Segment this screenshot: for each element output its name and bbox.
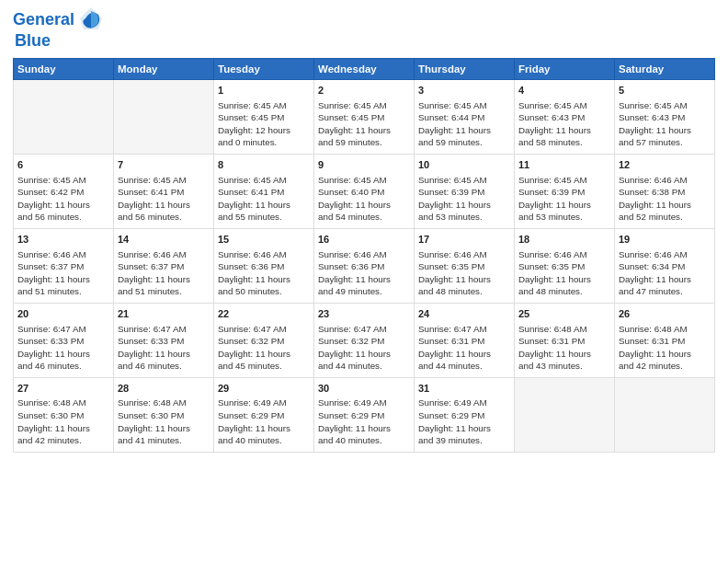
week-row-5: 27Sunrise: 6:48 AMSunset: 6:30 PMDayligh… — [14, 377, 715, 452]
day-detail: Sunrise: 6:45 AMSunset: 6:45 PMDaylight:… — [318, 100, 391, 148]
day-cell: 17Sunrise: 6:46 AMSunset: 6:35 PMDayligh… — [415, 228, 515, 303]
logo-icon — [78, 6, 104, 31]
day-detail: Sunrise: 6:46 AMSunset: 6:37 PMDaylight:… — [118, 249, 190, 297]
day-number: 3 — [418, 84, 510, 98]
day-detail: Sunrise: 6:48 AMSunset: 6:31 PMDaylight:… — [619, 324, 691, 372]
day-number: 12 — [619, 158, 711, 172]
day-number: 28 — [118, 382, 210, 396]
day-detail: Sunrise: 6:48 AMSunset: 6:31 PMDaylight:… — [518, 324, 591, 372]
day-number: 22 — [218, 307, 310, 321]
day-detail: Sunrise: 6:46 AMSunset: 6:34 PMDaylight:… — [619, 249, 691, 297]
day-number: 18 — [518, 233, 610, 247]
day-cell — [114, 80, 214, 155]
day-cell: 18Sunrise: 6:46 AMSunset: 6:35 PMDayligh… — [515, 228, 615, 303]
day-number: 13 — [17, 233, 109, 247]
day-number: 24 — [418, 307, 510, 321]
day-detail: Sunrise: 6:48 AMSunset: 6:30 PMDaylight:… — [118, 397, 190, 445]
day-cell: 19Sunrise: 6:46 AMSunset: 6:34 PMDayligh… — [615, 228, 715, 303]
header: General Blue — [13, 9, 715, 51]
col-header-sunday: Sunday — [14, 59, 114, 80]
day-number: 27 — [17, 382, 109, 396]
logo: General Blue — [13, 9, 104, 51]
day-number: 21 — [118, 307, 210, 321]
day-cell: 28Sunrise: 6:48 AMSunset: 6:30 PMDayligh… — [114, 377, 214, 452]
day-number: 5 — [619, 84, 711, 98]
day-number: 14 — [118, 233, 210, 247]
day-number: 11 — [518, 158, 610, 172]
week-row-4: 20Sunrise: 6:47 AMSunset: 6:33 PMDayligh… — [14, 303, 715, 377]
day-detail: Sunrise: 6:46 AMSunset: 6:35 PMDaylight:… — [418, 249, 491, 297]
day-cell: 3Sunrise: 6:45 AMSunset: 6:44 PMDaylight… — [415, 80, 515, 155]
day-detail: Sunrise: 6:45 AMSunset: 6:41 PMDaylight:… — [218, 175, 290, 223]
day-detail: Sunrise: 6:49 AMSunset: 6:29 PMDaylight:… — [218, 397, 290, 445]
day-detail: Sunrise: 6:47 AMSunset: 6:33 PMDaylight:… — [17, 324, 90, 372]
day-detail: Sunrise: 6:45 AMSunset: 6:41 PMDaylight:… — [118, 175, 190, 223]
day-cell: 11Sunrise: 6:45 AMSunset: 6:39 PMDayligh… — [515, 154, 615, 228]
day-cell: 8Sunrise: 6:45 AMSunset: 6:41 PMDaylight… — [214, 154, 314, 228]
day-number: 26 — [619, 307, 711, 321]
day-number: 25 — [518, 307, 610, 321]
day-detail: Sunrise: 6:46 AMSunset: 6:36 PMDaylight:… — [218, 249, 290, 297]
day-number: 2 — [318, 84, 410, 98]
col-header-wednesday: Wednesday — [314, 59, 415, 80]
day-detail: Sunrise: 6:45 AMSunset: 6:44 PMDaylight:… — [418, 100, 491, 148]
day-number: 7 — [118, 158, 210, 172]
day-cell: 15Sunrise: 6:46 AMSunset: 6:36 PMDayligh… — [214, 228, 314, 303]
day-cell — [515, 377, 615, 452]
day-number: 29 — [218, 382, 310, 396]
day-cell: 25Sunrise: 6:48 AMSunset: 6:31 PMDayligh… — [515, 303, 615, 377]
day-detail: Sunrise: 6:46 AMSunset: 6:36 PMDaylight:… — [318, 249, 391, 297]
col-header-friday: Friday — [515, 59, 615, 80]
day-detail: Sunrise: 6:47 AMSunset: 6:32 PMDaylight:… — [218, 324, 290, 372]
day-detail: Sunrise: 6:48 AMSunset: 6:30 PMDaylight:… — [17, 397, 90, 445]
day-number: 8 — [218, 158, 310, 172]
day-detail: Sunrise: 6:45 AMSunset: 6:43 PMDaylight:… — [518, 100, 591, 148]
day-number: 6 — [17, 158, 109, 172]
day-detail: Sunrise: 6:45 AMSunset: 6:45 PMDaylight:… — [218, 100, 290, 148]
day-cell: 9Sunrise: 6:45 AMSunset: 6:40 PMDaylight… — [314, 154, 415, 228]
day-cell: 13Sunrise: 6:46 AMSunset: 6:37 PMDayligh… — [14, 228, 114, 303]
day-detail: Sunrise: 6:49 AMSunset: 6:29 PMDaylight:… — [418, 397, 491, 445]
day-cell: 20Sunrise: 6:47 AMSunset: 6:33 PMDayligh… — [14, 303, 114, 377]
day-cell: 1Sunrise: 6:45 AMSunset: 6:45 PMDaylight… — [214, 80, 314, 155]
day-cell: 2Sunrise: 6:45 AMSunset: 6:45 PMDaylight… — [314, 80, 415, 155]
day-cell: 27Sunrise: 6:48 AMSunset: 6:30 PMDayligh… — [14, 377, 114, 452]
day-cell: 31Sunrise: 6:49 AMSunset: 6:29 PMDayligh… — [415, 377, 515, 452]
day-detail: Sunrise: 6:47 AMSunset: 6:31 PMDaylight:… — [418, 324, 491, 372]
day-detail: Sunrise: 6:45 AMSunset: 6:39 PMDaylight:… — [418, 175, 491, 223]
day-cell: 29Sunrise: 6:49 AMSunset: 6:29 PMDayligh… — [214, 377, 314, 452]
page: General Blue SundayMondayTuesd — [0, 0, 728, 563]
day-cell: 10Sunrise: 6:45 AMSunset: 6:39 PMDayligh… — [415, 154, 515, 228]
day-cell: 26Sunrise: 6:48 AMSunset: 6:31 PMDayligh… — [615, 303, 715, 377]
day-detail: Sunrise: 6:47 AMSunset: 6:32 PMDaylight:… — [318, 324, 391, 372]
col-header-saturday: Saturday — [615, 59, 715, 80]
day-cell: 24Sunrise: 6:47 AMSunset: 6:31 PMDayligh… — [415, 303, 515, 377]
day-cell: 12Sunrise: 6:46 AMSunset: 6:38 PMDayligh… — [615, 154, 715, 228]
day-cell: 7Sunrise: 6:45 AMSunset: 6:41 PMDaylight… — [114, 154, 214, 228]
week-row-2: 6Sunrise: 6:45 AMSunset: 6:42 PMDaylight… — [14, 154, 715, 228]
day-cell: 14Sunrise: 6:46 AMSunset: 6:37 PMDayligh… — [114, 228, 214, 303]
day-detail: Sunrise: 6:45 AMSunset: 6:43 PMDaylight:… — [619, 100, 691, 148]
day-detail: Sunrise: 6:45 AMSunset: 6:40 PMDaylight:… — [318, 175, 391, 223]
week-row-3: 13Sunrise: 6:46 AMSunset: 6:37 PMDayligh… — [14, 228, 715, 303]
day-detail: Sunrise: 6:49 AMSunset: 6:29 PMDaylight:… — [318, 397, 391, 445]
day-number: 30 — [318, 382, 410, 396]
day-number: 19 — [619, 233, 711, 247]
day-detail: Sunrise: 6:45 AMSunset: 6:39 PMDaylight:… — [518, 175, 591, 223]
day-cell: 4Sunrise: 6:45 AMSunset: 6:43 PMDaylight… — [515, 80, 615, 155]
day-detail: Sunrise: 6:46 AMSunset: 6:38 PMDaylight:… — [619, 175, 691, 223]
calendar-table: SundayMondayTuesdayWednesdayThursdayFrid… — [13, 58, 715, 453]
day-number: 9 — [318, 158, 410, 172]
day-cell: 5Sunrise: 6:45 AMSunset: 6:43 PMDaylight… — [615, 80, 715, 155]
day-cell: 22Sunrise: 6:47 AMSunset: 6:32 PMDayligh… — [214, 303, 314, 377]
day-cell — [615, 377, 715, 452]
day-cell — [14, 80, 114, 155]
day-number: 31 — [418, 382, 510, 396]
week-row-1: 1Sunrise: 6:45 AMSunset: 6:45 PMDaylight… — [14, 80, 715, 155]
day-cell: 30Sunrise: 6:49 AMSunset: 6:29 PMDayligh… — [314, 377, 415, 452]
day-detail: Sunrise: 6:47 AMSunset: 6:33 PMDaylight:… — [118, 324, 190, 372]
day-cell: 21Sunrise: 6:47 AMSunset: 6:33 PMDayligh… — [114, 303, 214, 377]
day-number: 17 — [418, 233, 510, 247]
col-header-thursday: Thursday — [415, 59, 515, 80]
day-detail: Sunrise: 6:46 AMSunset: 6:35 PMDaylight:… — [518, 249, 591, 297]
